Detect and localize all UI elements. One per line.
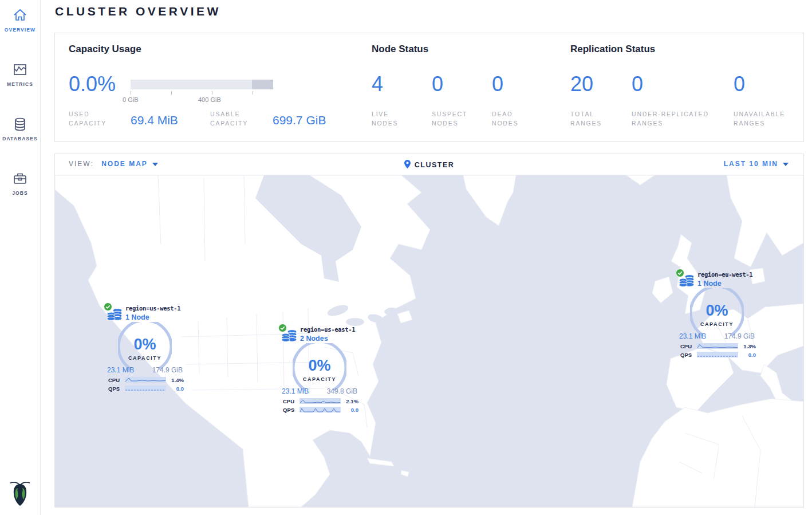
metrics-chart-icon [0, 62, 40, 78]
suspect-nodes-label: SUSPECT NODES [432, 109, 467, 128]
qps-sparkline [697, 352, 738, 359]
total-capacity: 174.9 GiB [724, 332, 755, 340]
capacity-percent: 0% [673, 302, 760, 320]
cpu-label: CPU [283, 398, 294, 404]
total-capacity: 349.8 GiB [327, 387, 357, 395]
sidebar-item-label: JOBS [0, 190, 40, 196]
database-stack-icon [678, 273, 695, 290]
capacity-label: CAPACITY [276, 376, 363, 382]
capacity-used-percent: 0.0% [69, 72, 116, 96]
region-label: region=us-west-1 [125, 305, 180, 312]
replication-status-title: Replication Status [570, 44, 655, 55]
node-status-title: Node Status [372, 44, 428, 55]
chevron-down-icon [783, 163, 789, 166]
cpu-sparkline [125, 377, 166, 384]
main-content: CLUSTER OVERVIEW Capacity Usage 0.0% 0 G… [41, 0, 812, 515]
sidebar-item-label: DATABASES [0, 136, 40, 141]
node-map: region=us-west-1 1 Node 0% CAPACITY 23.1… [55, 175, 803, 507]
usable-capacity-label: USABLE CAPACITY [210, 109, 248, 128]
sidebar-item-databases[interactable]: DATABASES [0, 109, 40, 147]
qps-label: QPS [108, 386, 120, 392]
cpu-value: 1.4% [171, 377, 184, 383]
qps-value: 0.0 [748, 352, 756, 358]
used-capacity-label: USED CAPACITY [69, 109, 107, 128]
page-title: CLUSTER OVERVIEW [55, 5, 221, 18]
usable-capacity-value: 699.7 GiB [273, 113, 326, 127]
node-count-link[interactable]: 1 Node [125, 313, 149, 321]
gauge-tick [253, 91, 253, 95]
total-capacity: 174.9 GiB [152, 366, 183, 374]
cluster-overview-page: OVERVIEW METRICS DATABASES [0, 0, 812, 515]
under-replicated-ranges-label: UNDER-REPLICATED RANGES [632, 109, 709, 128]
qps-value: 0.0 [176, 386, 184, 392]
node-card-us-east-1[interactable]: region=us-east-1 2 Nodes 0% CAPACITY 23.… [276, 324, 363, 416]
total-ranges-label: TOTAL RANGES [570, 109, 602, 128]
qps-label: QPS [680, 352, 692, 358]
node-card-eu-west-1[interactable]: region=eu-west-1 1 Node 0% CAPACITY 23.1… [673, 269, 760, 361]
qps-sparkline [299, 407, 341, 414]
gauge-tick-label: 400 GiB [198, 96, 221, 103]
capacity-label: CAPACITY [101, 355, 188, 361]
live-nodes-value: 4 [372, 72, 383, 96]
used-capacity-value: 69.4 MiB [131, 113, 178, 127]
used-capacity: 23.1 MiB [679, 332, 706, 340]
qps-sparkline [125, 386, 166, 392]
unavailable-ranges-value: 0 [734, 72, 745, 96]
sidebar-item-overview[interactable]: OVERVIEW [0, 0, 40, 38]
sidebar-item-label: OVERVIEW [0, 27, 40, 33]
capacity-gauge-reserved-segment [252, 80, 273, 89]
sidebar-item-jobs[interactable]: JOBS [0, 163, 40, 202]
gauge-tick [131, 91, 131, 95]
capacity-percent: 0% [276, 357, 363, 375]
total-ranges-value: 20 [570, 72, 593, 96]
live-nodes-label: LIVE NODES [372, 109, 398, 128]
node-map-panel: VIEW: NODE MAP CLUSTER LAST 10 MIN [54, 154, 804, 508]
under-replicated-ranges-value: 0 [632, 72, 643, 96]
sidebar-item-label: METRICS [0, 81, 40, 87]
home-icon [0, 7, 40, 23]
used-capacity: 23.1 MiB [282, 387, 309, 395]
capacity-label: CAPACITY [673, 321, 760, 327]
gauge-tick [171, 91, 172, 95]
node-count-link[interactable]: 1 Node [697, 280, 722, 288]
cpu-value: 2.1% [346, 398, 358, 404]
database-stack-icon [281, 328, 298, 345]
map-toolbar: VIEW: NODE MAP CLUSTER LAST 10 MIN [55, 154, 803, 175]
cockroachdb-logo [0, 478, 40, 510]
sidebar-item-metrics[interactable]: METRICS [0, 54, 40, 93]
map-pin-icon [404, 160, 411, 170]
sidebar-nav: OVERVIEW METRICS DATABASES [0, 0, 41, 515]
cpu-label: CPU [680, 343, 692, 349]
used-capacity: 23.1 MiB [107, 366, 134, 374]
gauge-tick [212, 91, 212, 95]
dead-nodes-value: 0 [492, 72, 503, 96]
region-label: region=us-east-1 [300, 326, 355, 333]
qps-label: QPS [283, 407, 294, 413]
region-label: region=eu-west-1 [697, 271, 752, 278]
cpu-sparkline [299, 398, 341, 405]
briefcase-icon [0, 171, 40, 187]
cpu-sparkline [697, 343, 738, 350]
cpu-label: CPU [108, 377, 120, 383]
dead-nodes-label: DEAD NODES [492, 109, 518, 128]
time-range-selector[interactable]: LAST 10 MIN [724, 160, 789, 168]
database-icon [0, 116, 40, 132]
gauge-tick-label: 0 GiB [123, 96, 139, 103]
unavailable-ranges-label: UNAVAILABLE RANGES [734, 109, 785, 128]
node-card-us-west-1[interactable]: region=us-west-1 1 Node 0% CAPACITY 23.1… [101, 302, 188, 395]
summary-panel: Capacity Usage 0.0% 0 GiB 400 GiB USED C… [54, 33, 804, 142]
capacity-gauge-bar [131, 80, 273, 89]
suspect-nodes-value: 0 [432, 72, 443, 96]
capacity-percent: 0% [101, 336, 188, 353]
database-stack-icon [106, 306, 123, 324]
cpu-value: 1.3% [743, 343, 756, 349]
qps-value: 0.0 [351, 407, 358, 413]
node-count-link[interactable]: 2 Nodes [300, 335, 328, 343]
breadcrumb[interactable]: CLUSTER [55, 160, 803, 170]
capacity-usage-title: Capacity Usage [69, 44, 141, 55]
